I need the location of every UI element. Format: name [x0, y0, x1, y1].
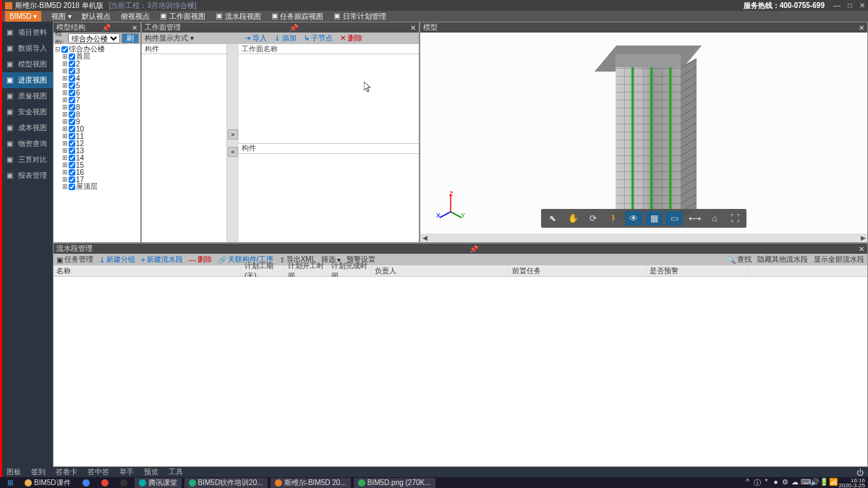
- tree-checkbox[interactable]: [69, 97, 75, 103]
- menu-view[interactable]: 视图 ▾: [51, 12, 72, 22]
- edges-button[interactable]: ▭: [665, 211, 683, 226]
- close-icon[interactable]: ✕: [859, 24, 864, 32]
- pointer-button[interactable]: ⬉: [544, 211, 561, 226]
- brand-menu[interactable]: BIM5D ▾: [5, 11, 41, 22]
- col-header[interactable]: 负责人: [372, 265, 509, 276]
- status-item-1[interactable]: 签到: [31, 467, 46, 477]
- expand-right-button[interactable]: »: [228, 129, 238, 140]
- status-item-5[interactable]: 预览: [144, 467, 158, 477]
- tree-checkbox[interactable]: [69, 140, 75, 147]
- pan-button[interactable]: ✋: [564, 211, 582, 226]
- tree-checkbox[interactable]: [69, 90, 75, 96]
- pin-icon[interactable]: 📌: [469, 245, 478, 253]
- col-header[interactable]: 前置任务: [509, 265, 647, 276]
- viewport-scrollbar[interactable]: ◀ ▶: [420, 234, 867, 242]
- menu-task-track[interactable]: ▣ 任务跟踪视图: [271, 12, 324, 22]
- tray-icon[interactable]: ⓘ: [754, 478, 761, 488]
- status-item-0[interactable]: 图板: [7, 467, 21, 477]
- fullscreen-button[interactable]: ⛶: [726, 211, 744, 226]
- orbit-button[interactable]: ⟳: [584, 211, 602, 226]
- home-button[interactable]: ⌂: [706, 211, 723, 226]
- tray-icon[interactable]: ●: [773, 478, 780, 488]
- taskbar-item-1[interactable]: [78, 478, 94, 488]
- walk-button[interactable]: 🚶: [605, 211, 622, 226]
- collapse-left-button[interactable]: «: [228, 147, 238, 157]
- find-button[interactable]: 🔍 查找: [727, 254, 752, 265]
- tray-icon[interactable]: *: [763, 478, 770, 488]
- status-item-2[interactable]: 答卷卡: [56, 467, 77, 477]
- ruler-button[interactable]: ⟷: [686, 211, 703, 226]
- hide-button[interactable]: 隐藏其他流水段: [757, 254, 808, 265]
- col-header[interactable]: 是否预警: [647, 265, 748, 276]
- maximize-button[interactable]: □: [848, 1, 852, 9]
- tree-checkbox[interactable]: [69, 119, 75, 125]
- status-item-6[interactable]: 工具: [169, 467, 183, 477]
- showall-button[interactable]: 显示全部流水段: [814, 254, 864, 265]
- close-icon[interactable]: ✕: [132, 24, 137, 32]
- sidebar-item-9[interactable]: ▣报表管理: [2, 168, 53, 184]
- col-header[interactable]: 计划开工时间: [285, 265, 328, 276]
- section-button[interactable]: ▦: [645, 211, 663, 226]
- taskbar-item-2[interactable]: [97, 478, 113, 488]
- pin-icon[interactable]: 📌: [102, 24, 111, 32]
- sidebar-item-6[interactable]: ▣成本视图: [2, 120, 53, 136]
- pin-icon[interactable]: 📌: [289, 24, 298, 32]
- scroll-left-icon[interactable]: ◀: [420, 234, 429, 241]
- tree-checkbox[interactable]: [61, 46, 68, 53]
- system-tray[interactable]: ^ⓘ*●⚙☁⌨🔊🔋📶: [744, 478, 836, 488]
- close-icon[interactable]: ✕: [859, 245, 864, 253]
- tray-icon[interactable]: ^: [744, 478, 752, 488]
- tree-checkbox[interactable]: [69, 176, 75, 183]
- tree-checkbox[interactable]: [69, 169, 75, 176]
- taskbar-item-3[interactable]: [116, 478, 132, 488]
- scroll-right-icon[interactable]: ▶: [859, 234, 867, 241]
- model-tree[interactable]: ⊟综合办公楼⊞首层⊞2⊞3⊞4⊞5⊞6⊞7⊞8⊞8⊞9⊞10⊞11⊞12⊞13⊞…: [54, 44, 140, 242]
- minimize-button[interactable]: —: [833, 1, 841, 9]
- delete-button[interactable]: ✕ 删除: [340, 33, 362, 43]
- 3d-viewport[interactable]: ZXY ⬉✋⟳🚶👁▦▭⟷⌂⛶: [420, 33, 867, 234]
- status-item-4[interactable]: 举手: [119, 467, 134, 477]
- add-button[interactable]: ⤓ 添加: [274, 33, 297, 43]
- tree-checkbox[interactable]: [69, 184, 75, 190]
- sidebar-item-3[interactable]: ▣进度视图: [2, 72, 53, 88]
- power-icon[interactable]: ⏻: [856, 468, 864, 476]
- model-select[interactable]: 综合办公楼: [68, 33, 120, 43]
- tray-icon[interactable]: ⚙: [782, 478, 789, 488]
- col-header[interactable]: 计划完成时间: [328, 265, 372, 276]
- tray-icon[interactable]: ⌨: [801, 478, 808, 488]
- tree-checkbox[interactable]: [69, 133, 75, 140]
- tree-checkbox[interactable]: [69, 61, 75, 67]
- taskbar-item-7[interactable]: BIM5D.png (270K...: [354, 478, 435, 488]
- sidebar-item-5[interactable]: ▣安全视图: [2, 104, 53, 120]
- sidebar-item-4[interactable]: ▣质量视图: [2, 88, 53, 104]
- tree-checkbox[interactable]: [69, 162, 75, 168]
- menu-workface[interactable]: ▣ 工作面视图: [160, 12, 205, 22]
- display-mode[interactable]: 构件显示方式 ▾: [145, 33, 230, 43]
- tree-checkbox[interactable]: [69, 111, 75, 118]
- refresh-button[interactable]: 刷新: [122, 33, 139, 43]
- col-header[interactable]: 计划工期(天): [242, 265, 285, 276]
- sidebar-item-8[interactable]: ▣三算对比: [2, 152, 53, 168]
- menu-top-view[interactable]: 俯视视点: [121, 12, 150, 22]
- tree-checkbox[interactable]: [69, 75, 75, 82]
- start-button[interactable]: ⊞: [3, 478, 17, 488]
- menu-daily-plan[interactable]: ▣ 日常计划管理: [333, 12, 386, 22]
- delete-button[interactable]: — 删除: [189, 254, 212, 265]
- tray-icon[interactable]: ☁: [791, 478, 799, 488]
- tray-icon[interactable]: 📶: [829, 478, 836, 488]
- tree-checkbox[interactable]: [69, 126, 75, 132]
- taskbar-item-6[interactable]: 斯维尔-BIM5D 20...: [271, 478, 351, 488]
- task-manage-button[interactable]: ▣ 任务管理: [56, 254, 93, 265]
- sidebar-item-1[interactable]: ▣数据导入: [2, 40, 53, 56]
- close-icon[interactable]: ✕: [410, 24, 416, 32]
- tree-checkbox[interactable]: [69, 155, 75, 161]
- new-group-button[interactable]: ⤓ 新建分组: [99, 254, 135, 265]
- sidebar-item-0[interactable]: ▣项目资料: [2, 25, 53, 40]
- taskbar-item-0[interactable]: BIM5D课件: [20, 478, 75, 488]
- sidebar-item-7[interactable]: ▣物资查询: [2, 136, 53, 152]
- taskbar-item-4[interactable]: 腾讯课堂: [135, 478, 182, 488]
- menu-flow[interactable]: ▣ 流水段视图: [216, 12, 261, 22]
- status-item-3[interactable]: 答中答: [88, 467, 109, 477]
- import-button[interactable]: ⇥ 导入: [244, 33, 267, 43]
- sidebar-item-2[interactable]: ▣模型视图: [2, 56, 53, 72]
